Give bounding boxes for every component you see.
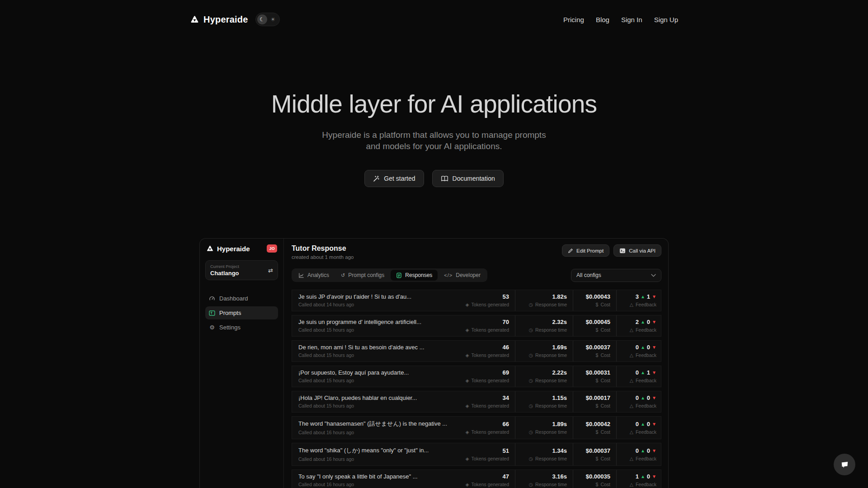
app-brand-name: Hyperaide xyxy=(217,245,250,253)
get-started-button[interactable]: Get started xyxy=(364,170,424,187)
clock-icon: ◷ xyxy=(529,482,533,487)
sun-icon[interactable]: ☀ xyxy=(268,14,278,24)
responses-icon xyxy=(396,272,402,278)
tokens-stat: 66 ◈Tokens generated xyxy=(462,417,515,439)
response-row[interactable]: To say "I only speak a little bit of Jap… xyxy=(292,469,661,488)
cost-stat: $0.00017 $Cost xyxy=(573,391,617,412)
cost-stat: $0.00045 $Cost xyxy=(573,315,617,336)
dollar-icon: $ xyxy=(596,327,599,333)
response-text: Je suis JP d'avoir pu t'aider ! Si tu as… xyxy=(298,293,456,300)
response-called: Called about 15 hours ago xyxy=(298,378,456,383)
switch-project-icon[interactable]: ⇄ xyxy=(268,267,273,274)
documentation-button[interactable]: Documentation xyxy=(432,170,504,187)
downvote-icon: ▼ xyxy=(652,448,656,453)
response-row[interactable]: De rien, mon ami ! Si tu as besoin d'aid… xyxy=(292,340,661,362)
response-row[interactable]: ¡Por supuesto, Estoy aquí para ayudarte.… xyxy=(292,366,661,387)
avatar[interactable]: JO xyxy=(267,244,277,253)
response-text: Je suis un programme d' intelligence art… xyxy=(298,319,456,325)
clock-icon: ◷ xyxy=(529,352,533,358)
feedback-icon: △ xyxy=(630,302,633,307)
response-time-stat: 1.15s ◷Response time xyxy=(515,391,573,412)
response-time-stat: 1.34s ◷Response time xyxy=(515,443,573,465)
sidebar-item-dashboard[interactable]: Dashboard xyxy=(205,292,278,305)
response-text: ¡Por supuesto, Estoy aquí para ayudarte.… xyxy=(298,369,456,376)
project-switcher[interactable]: Current Project Chatlango ⇄ xyxy=(205,260,278,280)
response-called: Called about 16 hours ago xyxy=(298,430,456,435)
terminal-icon xyxy=(619,248,626,253)
gear-icon: ⚙ xyxy=(209,324,215,331)
app-preview: Hyperaide JO Current Project Chatlango ⇄… xyxy=(199,238,669,488)
cost-stat: $0.00037 $Cost xyxy=(573,341,617,361)
hero-section: Middle layer for AI applications Hyperai… xyxy=(0,89,868,187)
edit-prompt-button[interactable]: Edit Prompt xyxy=(562,244,609,257)
dollar-icon: $ xyxy=(596,456,599,461)
dollar-icon: $ xyxy=(596,482,599,487)
response-text: The word "shika" (しか) means "only" or "j… xyxy=(298,446,456,455)
feedback-stat: 0▲ 0▼ △Feedback xyxy=(617,341,661,361)
app-sidebar: Hyperaide JO Current Project Chatlango ⇄… xyxy=(200,239,284,488)
response-row[interactable]: ¡Hola JP! Claro, puedes hablar en cualqu… xyxy=(292,391,661,413)
downvote-icon: ▼ xyxy=(652,395,656,400)
tokens-icon: ◈ xyxy=(465,403,469,408)
tokens-stat: 51 ◈Tokens generated xyxy=(462,443,515,465)
response-text: ¡Hola JP! Claro, puedes hablar en cualqu… xyxy=(298,394,456,401)
clock-icon: ◷ xyxy=(529,403,533,408)
brand[interactable]: Hyperaide xyxy=(190,14,248,25)
nav-link-signin[interactable]: Sign In xyxy=(621,16,642,23)
sidebar-item-settings[interactable]: ⚙ Settings xyxy=(205,321,278,334)
tokens-icon: ◈ xyxy=(465,352,469,358)
response-time-stat: 2.32s ◷Response time xyxy=(515,315,573,336)
brand-name: Hyperaide xyxy=(203,14,248,25)
tab-prompt-configs[interactable]: ↺ Prompt configs xyxy=(335,270,390,281)
response-text: To say "I only speak a little bit of Jap… xyxy=(298,473,456,480)
nav-link-signup[interactable]: Sign Up xyxy=(654,16,678,23)
code-icon: </> xyxy=(444,272,453,278)
tab-developer[interactable]: </> Developer xyxy=(439,270,486,281)
downvote-icon: ▼ xyxy=(652,474,656,479)
response-time-stat: 1.69s ◷Response time xyxy=(515,341,573,361)
nav-link-blog[interactable]: Blog xyxy=(596,16,609,23)
response-row[interactable]: The word "hanasemasen" (話せません) is the ne… xyxy=(292,416,661,439)
call-via-api-button[interactable]: Call via API xyxy=(613,244,661,257)
tokens-icon: ◈ xyxy=(465,429,469,435)
clock-icon: ◷ xyxy=(529,327,533,333)
response-text: The word "hanasemasen" (話せません) is the ne… xyxy=(298,420,456,428)
feedback-stat: 2▲ 0▼ △Feedback xyxy=(617,315,661,336)
clock-icon: ◷ xyxy=(529,429,533,435)
cost-stat: $0.00031 $Cost xyxy=(573,366,617,387)
feedback-icon: △ xyxy=(630,456,633,461)
hyperaide-logo-icon xyxy=(206,245,214,252)
response-called: Called about 14 hours ago xyxy=(298,302,456,307)
pen-icon xyxy=(568,248,573,253)
feedback-stat: 0▲ 1▼ △Feedback xyxy=(617,366,661,387)
feedback-icon: △ xyxy=(630,403,633,408)
upvote-icon: ▲ xyxy=(641,345,645,350)
response-row[interactable]: Je suis JP d'avoir pu t'aider ! Si tu as… xyxy=(292,290,661,311)
feedback-stat: 0▲ 0▼ △Feedback xyxy=(617,443,661,465)
config-filter-select[interactable]: All configs xyxy=(571,269,661,282)
project-name: Chatlango xyxy=(210,270,239,277)
upvote-icon: ▲ xyxy=(641,395,645,400)
history-icon: ↺ xyxy=(341,272,345,278)
tab-responses[interactable]: Responses xyxy=(391,270,438,281)
cost-stat: $0.00043 $Cost xyxy=(573,290,617,311)
cost-stat: $0.00037 $Cost xyxy=(573,443,617,465)
chat-widget-button[interactable] xyxy=(834,454,855,475)
downvote-icon: ▼ xyxy=(652,422,656,427)
theme-toggle[interactable]: ☾ ☀ xyxy=(255,13,280,26)
feedback-stat: 0▲ 0▼ △Feedback xyxy=(617,417,661,439)
cost-stat: $0.00042 $Cost xyxy=(573,417,617,439)
tokens-icon: ◈ xyxy=(465,378,469,383)
hero-subtitle: Hyperaide is a platform that allows you … xyxy=(0,129,868,152)
nav-links: Pricing Blog Sign In Sign Up xyxy=(563,16,678,23)
sidebar-item-prompts[interactable]: Prompts xyxy=(205,306,278,319)
moon-icon[interactable]: ☾ xyxy=(257,14,267,24)
tab-analytics[interactable]: Analytics xyxy=(293,270,335,281)
dollar-icon: $ xyxy=(596,403,599,408)
response-row[interactable]: Je suis un programme d' intelligence art… xyxy=(292,315,661,337)
response-row[interactable]: The word "shika" (しか) means "only" or "j… xyxy=(292,443,661,466)
tokens-stat: 53 ◈Tokens generated xyxy=(462,290,515,311)
downvote-icon: ▼ xyxy=(652,370,656,375)
nav-link-pricing[interactable]: Pricing xyxy=(563,16,584,23)
clock-icon: ◷ xyxy=(529,456,533,461)
